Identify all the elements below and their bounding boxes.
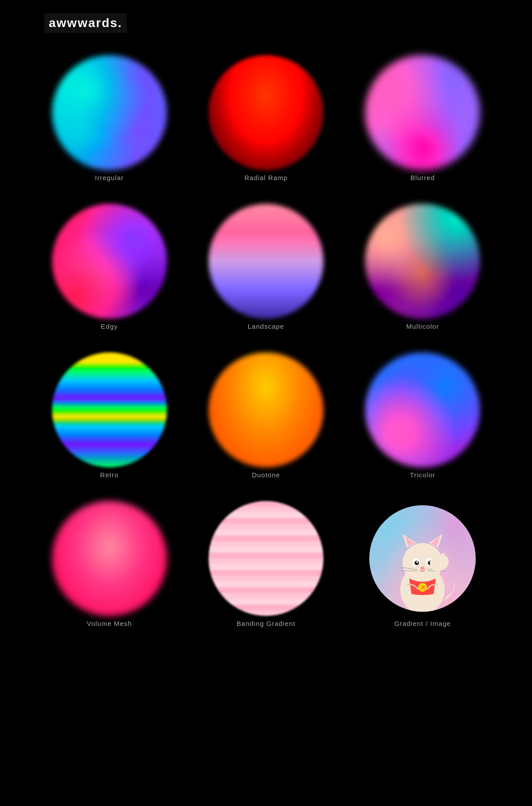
gradient-item-gradient-image[interactable]: 大 Gradient / Image xyxy=(353,505,492,627)
gradient-item-retro[interactable]: Retro xyxy=(40,357,179,479)
gradient-label-banding-gradient: Banding Gradient xyxy=(237,620,296,627)
gradient-circle-landscape xyxy=(208,204,323,318)
gradient-circle-duotone xyxy=(208,352,323,467)
gradient-circle-blurred xyxy=(365,55,480,170)
gradient-label-duotone: Duotone xyxy=(252,471,280,479)
gradient-circle-irregular xyxy=(52,55,167,170)
svg-point-22 xyxy=(441,553,445,557)
gradient-circle-tricolor xyxy=(365,352,480,467)
logo-area: awwwards. xyxy=(0,0,532,42)
gradient-label-gradient-image: Gradient / Image xyxy=(394,620,451,627)
gradient-item-irregular[interactable]: Irregular xyxy=(40,59,179,181)
gradient-label-tricolor: Tricolor xyxy=(410,471,435,479)
gradient-label-edgy: Edgy xyxy=(101,322,118,330)
gradient-item-landscape[interactable]: Landscape xyxy=(196,208,335,330)
gradient-circle-gradient-image: 大 xyxy=(369,505,476,612)
gradient-circle-volume-mesh xyxy=(52,501,167,616)
gradient-item-multicolor[interactable]: Multicolor xyxy=(353,208,492,330)
logo: awwwards. xyxy=(44,13,127,33)
svg-point-21 xyxy=(434,553,438,557)
gradient-label-landscape: Landscape xyxy=(248,322,284,330)
gradient-grid: Irregular Radial Ramp Blurred Edgy Lands… xyxy=(0,42,532,654)
gradient-item-radial-ramp[interactable]: Radial Ramp xyxy=(196,59,335,181)
svg-point-12 xyxy=(420,566,425,570)
gradient-label-radial-ramp: Radial Ramp xyxy=(244,174,288,181)
gradient-label-multicolor: Multicolor xyxy=(406,322,439,330)
gradient-circle-retro xyxy=(52,352,167,467)
gradient-label-blurred: Blurred xyxy=(411,174,435,181)
gradient-item-volume-mesh[interactable]: Volume Mesh xyxy=(40,505,179,627)
gradient-circle-banding-gradient xyxy=(208,501,323,616)
gradient-item-banding-gradient[interactable]: Banding Gradient xyxy=(196,505,335,627)
svg-point-10 xyxy=(416,561,418,563)
gradient-item-edgy[interactable]: Edgy xyxy=(40,208,179,330)
svg-text:大: 大 xyxy=(420,585,426,590)
gradient-circle-multicolor xyxy=(365,204,480,318)
gradient-item-duotone[interactable]: Duotone xyxy=(196,357,335,479)
gradient-item-tricolor[interactable]: Tricolor xyxy=(353,357,492,479)
gradient-label-retro: Retro xyxy=(100,471,119,479)
lucky-cat-icon: 大 xyxy=(387,523,458,612)
gradient-item-blurred[interactable]: Blurred xyxy=(353,59,492,181)
gradient-label-irregular: Irregular xyxy=(95,174,124,181)
gradient-label-volume-mesh: Volume Mesh xyxy=(87,620,132,627)
gradient-circle-radial-ramp xyxy=(208,55,323,170)
gradient-circle-edgy xyxy=(52,204,167,318)
